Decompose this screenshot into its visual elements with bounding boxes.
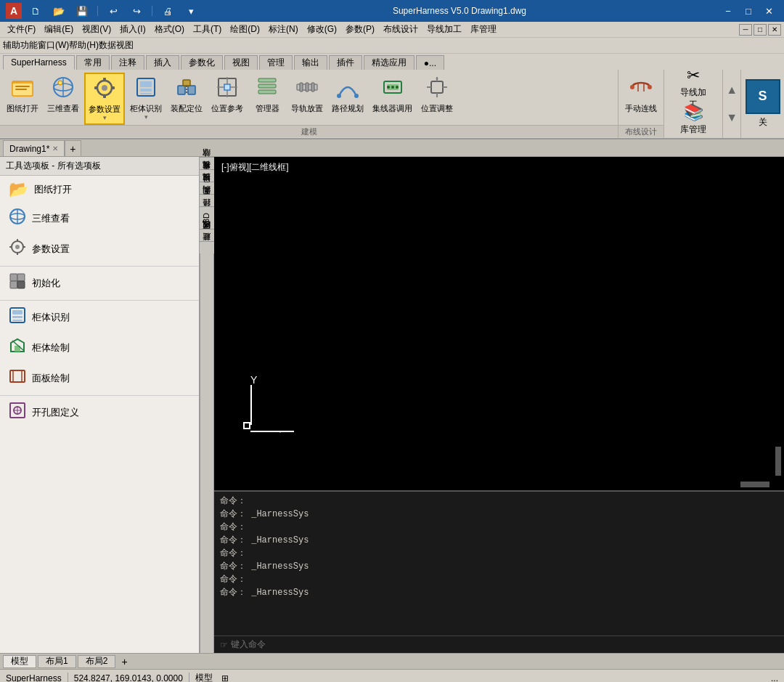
print-btn[interactable]: 🖨 (158, 3, 177, 19)
close-ribbon-btn[interactable]: 关 (759, 116, 767, 129)
bottom-tab-layout1[interactable]: 布局1 (38, 655, 76, 668)
svg-rect-50 (17, 252, 18, 255)
3d-view-label: 三维查看 (47, 104, 79, 113)
ribbon-btn-pos-adjust[interactable]: 位置调整 (417, 73, 457, 116)
menu-tools[interactable]: 工具(T) (189, 22, 226, 37)
chevron-down-icon[interactable]: ▼ (726, 111, 738, 124)
menu-file[interactable]: 文件(F) (3, 22, 40, 37)
tab-view[interactable]: 视图 (224, 55, 258, 70)
menu-dataview[interactable]: 数据视图 (99, 39, 134, 52)
v-scrollbar[interactable] (775, 447, 781, 476)
tab-manage[interactable]: 管理 (259, 55, 293, 70)
sidebar-item-init[interactable]: 初始化 (0, 268, 199, 299)
tab-annotation[interactable]: 注释 (111, 55, 144, 70)
maximize-btn[interactable]: □ (739, 3, 758, 19)
svg-rect-54 (17, 274, 25, 281)
menu-insert[interactable]: 插入(I) (115, 22, 150, 37)
menu-format[interactable]: 格式(O) (150, 22, 189, 37)
ribbon-btn-open-drawing[interactable]: 图纸打开 (3, 73, 42, 116)
minimize-btn[interactable]: − (719, 3, 738, 19)
new-btn[interactable]: 🗋 (26, 3, 45, 19)
ribbon-btn-hub[interactable]: 集线器调用 (369, 73, 416, 116)
vtab-layout[interactable]: 布局视窗 (200, 169, 214, 182)
ribbon-btn-wire-proc[interactable]: ✂ 导线加工 (670, 75, 716, 102)
doc-tab-close[interactable]: ✕ (52, 145, 58, 153)
svg-rect-26 (224, 84, 230, 90)
sidebar-item-hole[interactable]: 开孔图定义 (0, 397, 199, 428)
menu-draw[interactable]: 绘图(D) (226, 22, 264, 37)
bottom-tab-new[interactable]: + (117, 654, 131, 669)
menu-view[interactable]: 视图(V) (78, 22, 115, 37)
vtab-zoom[interactable]: 缩放 (200, 157, 214, 169)
cabinet-detect-arrow: ▾ (144, 113, 148, 121)
bottom-tab-model[interactable]: 模型 (3, 655, 36, 668)
menu-edit[interactable]: 编辑(E) (40, 22, 78, 37)
command-input[interactable] (231, 640, 778, 650)
vtab-drawing-tool[interactable]: 制图工具 (200, 194, 214, 206)
vtab-new[interactable]: 新建 (200, 241, 214, 253)
cmd-line-5: 命令： (220, 547, 778, 560)
sidebar-item-cabinet-draw[interactable]: 柜体绘制 (0, 333, 199, 363)
float-close[interactable]: ✕ (768, 24, 781, 36)
ribbon-btn-3d-view[interactable]: 三维查看 (44, 73, 83, 116)
ribbon-btn-pos-ref[interactable]: 位置参考 (208, 73, 247, 116)
menu-wire-proc[interactable]: 导线加工 (422, 22, 466, 37)
ribbon-btn-rail[interactable]: 导轨放置 (287, 73, 327, 116)
tab-plugin[interactable]: 插件 (329, 55, 362, 70)
print-arrow-btn[interactable]: ▾ (181, 3, 200, 19)
tab-output[interactable]: 输出 (294, 55, 327, 70)
menu-params[interactable]: 参数(P) (341, 22, 379, 37)
tab-more[interactable]: ●... (416, 55, 444, 70)
sidebar-item-cabinet-detect[interactable]: 柜体识别 (0, 302, 199, 333)
vtab-add-view[interactable]: 口加视窗 (200, 182, 214, 194)
vtab-3d-path[interactable]: 3D路径 (200, 206, 214, 229)
menu-assist[interactable]: 辅助功能 (3, 39, 38, 52)
save-btn[interactable]: 💾 (73, 3, 91, 19)
chevron-up-icon[interactable]: ▲ (726, 84, 738, 97)
menu-window[interactable]: 窗口(W) (38, 39, 69, 52)
menu-help[interactable]: 帮助(H) (69, 39, 99, 52)
menu-routing[interactable]: 布线设计 (379, 22, 422, 37)
close-btn[interactable]: ✕ (759, 3, 778, 19)
sidebar-3dview-label: 三维查看 (32, 212, 70, 225)
svg-rect-59 (12, 316, 23, 318)
sidebar-item-3dview[interactable]: 三维查看 (0, 203, 199, 234)
status-more-icon[interactable]: ... (771, 673, 778, 682)
tab-featured[interactable]: 精选应用 (364, 55, 415, 70)
open-btn[interactable]: 📂 (49, 3, 68, 19)
svg-point-34 (337, 94, 341, 98)
sidebar-item-params[interactable]: 参数设置 (0, 234, 199, 264)
svg-rect-21 (183, 80, 190, 86)
vtab-region-view[interactable]: 区域视图 (200, 229, 214, 241)
ribbon-btn-assembly[interactable]: 装配定位 (167, 73, 206, 116)
sidebar-item-open[interactable]: 📂 图纸打开 (0, 176, 199, 203)
ribbon-buttons-row: 图纸打开 三维查看 (0, 70, 618, 125)
bottom-tab-layout2[interactable]: 布局2 (78, 655, 116, 668)
ribbon-btn-lib-manage[interactable]: 📚 库管理 (670, 105, 716, 133)
tab-insert[interactable]: 插入 (146, 55, 179, 70)
doc-tab-new[interactable]: + (65, 140, 81, 156)
menu-annotate[interactable]: 标注(N) (264, 22, 303, 37)
ribbon-btn-manual-wire[interactable]: 手动连线 (621, 73, 661, 116)
sidebar-open-label: 图纸打开 (34, 183, 72, 196)
menu-modify[interactable]: 修改(G) (303, 22, 341, 37)
tab-common[interactable]: 常用 (76, 55, 110, 70)
h-scrollbar[interactable] (740, 482, 769, 487)
svg-rect-29 (258, 90, 276, 94)
tab-parametric[interactable]: 参数化 (181, 55, 223, 70)
ribbon-btn-path[interactable]: 路径规划 (328, 73, 367, 116)
ribbon-btn-cabinet-detect[interactable]: 柜体识别 ▾ (126, 73, 166, 123)
tab-superharness[interactable]: SuperHarness (3, 55, 75, 70)
ribbon-btn-params[interactable]: 参数设置 ▾ (84, 73, 125, 125)
redo-btn[interactable]: ↪ (127, 3, 146, 19)
svg-rect-3 (15, 86, 30, 87)
menu-lib[interactable]: 库管理 (466, 22, 501, 37)
doc-tab-drawing1[interactable]: Drawing1* ✕ (3, 140, 65, 156)
undo-btn[interactable]: ↩ (104, 3, 123, 19)
ribbon-btn-manager[interactable]: 管理器 (248, 73, 286, 116)
viewport: [-]俯视][二维线框] Y → (214, 157, 784, 490)
vertical-tabs-panel: 缩放 布局视窗 口加视窗 制图工具 3D路径 区域视图 新建 (200, 157, 214, 653)
float-restore[interactable]: □ (754, 24, 767, 36)
float-min[interactable]: ─ (739, 24, 752, 36)
sidebar-item-panel-draw[interactable]: 面板绘制 (0, 363, 199, 394)
